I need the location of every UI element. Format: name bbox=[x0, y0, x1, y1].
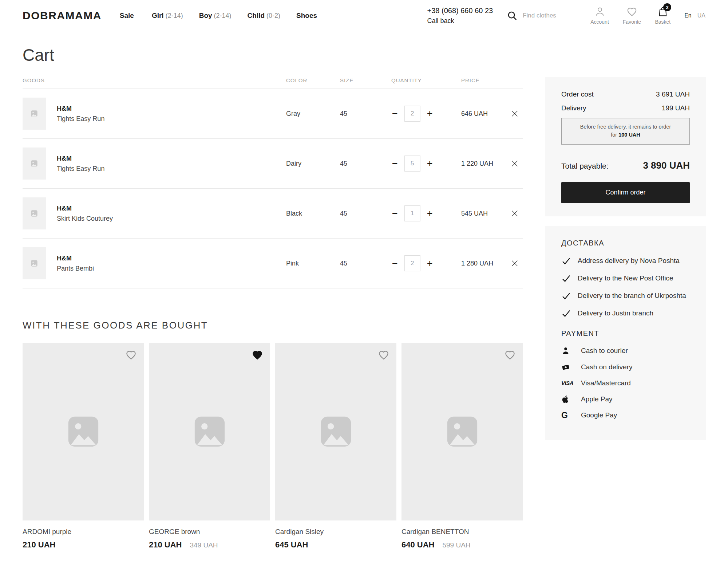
free-delivery-amount: 100 UAH bbox=[618, 132, 640, 138]
total-value: 3 890 UAH bbox=[643, 160, 690, 171]
product-card-name[interactable]: GEORGE brown bbox=[149, 528, 270, 536]
google-icon: G bbox=[561, 411, 574, 420]
column-price: PRICE bbox=[461, 77, 507, 83]
delivery-option: Delivery to the branch of Ukrposhta bbox=[561, 291, 690, 301]
search-input[interactable] bbox=[522, 12, 577, 20]
order-summary-panel: Order cost 3 691 UAH Delivery 199 UAH Be… bbox=[545, 77, 706, 216]
cart-item-row: H&M Tights Easy Run Dairy 45 − 5 + 1 220… bbox=[23, 139, 523, 189]
product-thumbnail[interactable] bbox=[23, 197, 46, 229]
account-icon bbox=[594, 6, 605, 17]
product-card[interactable]: Cardigan Sisley 645 UAH bbox=[275, 343, 396, 550]
delivery-value: 199 UAH bbox=[662, 104, 690, 112]
page-title: Cart bbox=[23, 45, 523, 65]
product-thumbnail[interactable] bbox=[23, 98, 46, 130]
nav-label: Sale bbox=[120, 12, 134, 19]
quantity-decrease-button[interactable]: − bbox=[391, 159, 399, 169]
delivery-section-title: ДОСТАВКА bbox=[561, 239, 690, 247]
image-placeholder-icon bbox=[443, 413, 481, 451]
product-name[interactable]: Pants Bembi bbox=[57, 265, 94, 272]
account-button[interactable]: Account bbox=[590, 6, 609, 25]
product-card-price: 645 UAH bbox=[275, 540, 308, 550]
free-delivery-prefix: for bbox=[611, 132, 617, 138]
quantity-decrease-button[interactable]: − bbox=[391, 209, 399, 219]
remove-item-button[interactable] bbox=[507, 110, 523, 118]
callback-link[interactable]: Call back bbox=[427, 16, 493, 25]
basket-button[interactable]: 2 Basket bbox=[655, 6, 670, 25]
nav-item-girl[interactable]: Girl(2-14) bbox=[152, 12, 183, 20]
confirm-order-button[interactable]: Confirm order bbox=[561, 182, 690, 203]
payment-method: VISA Visa/Mastercard bbox=[561, 379, 690, 387]
product-card-price: 640 UAH bbox=[401, 540, 434, 550]
quantity-increase-button[interactable]: + bbox=[426, 159, 434, 169]
product-card-price: 210 UAH bbox=[23, 540, 55, 550]
favorite-toggle-button[interactable] bbox=[504, 349, 516, 362]
free-delivery-notice: Before free delivery, it remains to orde… bbox=[561, 118, 690, 145]
nav-label: Girl bbox=[152, 12, 164, 19]
quantity-stepper: − 2 + bbox=[391, 106, 461, 122]
favorite-toggle-button[interactable] bbox=[377, 349, 390, 362]
basket-label: Basket bbox=[655, 19, 670, 25]
quantity-increase-button[interactable]: + bbox=[426, 109, 434, 119]
item-color: Black bbox=[286, 210, 340, 217]
product-card[interactable]: GEORGE brown 210 UAH 349 UAH bbox=[149, 343, 270, 550]
favorite-label: Favorite bbox=[623, 19, 641, 25]
remove-item-button[interactable] bbox=[507, 209, 523, 217]
favorite-toggle-button[interactable] bbox=[125, 349, 137, 362]
nav-item-boy[interactable]: Boy(2-14) bbox=[199, 12, 232, 20]
delivery-option-label: Delivery to Justin branch bbox=[578, 309, 653, 317]
logo[interactable]: DOBRAMAMA bbox=[23, 9, 102, 22]
nav-item-sale[interactable]: Sale bbox=[120, 12, 136, 20]
product-card[interactable]: ARDOMI purple 210 UAH bbox=[23, 343, 144, 550]
product-thumbnail[interactable] bbox=[23, 148, 46, 180]
remove-item-button[interactable] bbox=[507, 259, 523, 267]
product-name[interactable]: Tights Easy Run bbox=[57, 165, 104, 173]
cart-item-row: H&M Pants Bembi Pink 45 − 2 + 1 280 UAH bbox=[23, 239, 523, 288]
close-icon bbox=[511, 160, 519, 168]
delivery-option: Address delivery by Nova Poshta bbox=[561, 256, 690, 266]
heart-icon bbox=[251, 349, 264, 361]
nav-item-shoes[interactable]: Shoes bbox=[296, 12, 319, 20]
search-icon[interactable] bbox=[507, 10, 518, 21]
quantity-value[interactable]: 2 bbox=[404, 106, 420, 122]
item-color: Dairy bbox=[286, 160, 340, 168]
item-color: Pink bbox=[286, 260, 340, 267]
delivery-option: Delivery to the New Post Office bbox=[561, 274, 690, 283]
header-right: +38 (068) 660 60 23 Call back Account Fa… bbox=[427, 5, 706, 25]
product-card-name[interactable]: Cardigan BENETTON bbox=[401, 528, 523, 536]
payment-method: Apple Pay bbox=[561, 395, 690, 404]
product-name[interactable]: Skirt Kids Couturey bbox=[57, 215, 113, 223]
product-card[interactable]: Cardigan BENETTON 640 UAH 599 UAH bbox=[401, 343, 523, 550]
main-nav: Sale Girl(2-14) Boy(2-14) Child(0-2) Sho… bbox=[120, 12, 319, 20]
quantity-decrease-button[interactable]: − bbox=[391, 259, 399, 268]
heart-icon bbox=[125, 349, 137, 361]
main-column: Cart GOODS COLOR SIZE QUANTITY PRICE H&M bbox=[23, 31, 523, 550]
column-goods: GOODS bbox=[23, 77, 286, 83]
column-quantity: QUANTITY bbox=[391, 77, 461, 83]
nav-suffix: (0-2) bbox=[266, 12, 280, 19]
search-box bbox=[507, 10, 577, 21]
recommendations-section: WITH THESE GOODS ARE BOUGHT ARDOMI purpl… bbox=[23, 320, 523, 550]
image-placeholder-icon bbox=[30, 110, 38, 118]
lang-en[interactable]: En bbox=[684, 12, 692, 19]
image-placeholder-icon bbox=[191, 413, 229, 451]
header: DOBRAMAMA Sale Girl(2-14) Boy(2-14) Chil… bbox=[0, 0, 728, 31]
cash-icon bbox=[561, 363, 574, 372]
phone-number[interactable]: +38 (068) 660 60 23 bbox=[427, 5, 493, 16]
product-thumbnail[interactable] bbox=[23, 247, 46, 279]
favorite-button[interactable]: Favorite bbox=[623, 6, 641, 25]
favorite-toggle-button[interactable] bbox=[251, 349, 264, 362]
quantity-value[interactable]: 2 bbox=[404, 255, 420, 271]
quantity-value[interactable]: 5 bbox=[404, 156, 420, 172]
lang-ua[interactable]: UA bbox=[697, 12, 705, 19]
image-placeholder-icon bbox=[30, 259, 38, 267]
quantity-value[interactable]: 1 bbox=[404, 205, 420, 221]
quantity-decrease-button[interactable]: − bbox=[391, 109, 399, 119]
product-card-name[interactable]: ARDOMI purple bbox=[23, 528, 144, 536]
product-name[interactable]: Tights Easy Run bbox=[57, 115, 104, 123]
cart-page: DOBRAMAMA Sale Girl(2-14) Boy(2-14) Chil… bbox=[0, 0, 728, 570]
quantity-increase-button[interactable]: + bbox=[426, 259, 434, 268]
nav-item-child[interactable]: Child(0-2) bbox=[248, 12, 281, 20]
product-card-name[interactable]: Cardigan Sisley bbox=[275, 528, 396, 536]
quantity-increase-button[interactable]: + bbox=[426, 209, 434, 219]
remove-item-button[interactable] bbox=[507, 160, 523, 168]
